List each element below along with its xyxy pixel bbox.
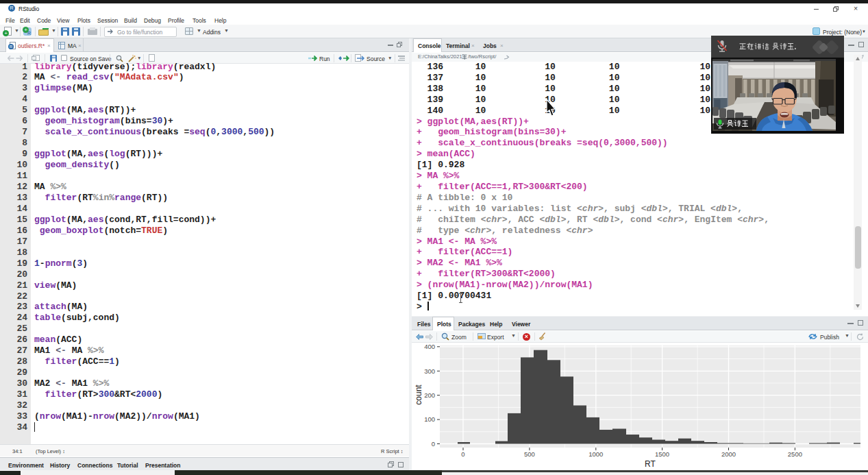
svg-text:100: 100	[424, 415, 435, 423]
svg-text:200: 200	[424, 391, 435, 399]
svg-text:300: 300	[424, 367, 435, 375]
svg-text:RT: RT	[645, 459, 656, 469]
svg-text:1500: 1500	[655, 450, 669, 458]
svg-text:500: 500	[524, 450, 535, 458]
svg-text:2000: 2000	[721, 450, 736, 458]
svg-text:1000: 1000	[588, 450, 603, 458]
svg-text:0: 0	[461, 450, 464, 458]
svg-text:count: count	[414, 385, 423, 405]
svg-text:2500: 2500	[788, 450, 802, 458]
svg-text:400: 400	[424, 343, 435, 350]
svg-text:0: 0	[432, 440, 435, 448]
